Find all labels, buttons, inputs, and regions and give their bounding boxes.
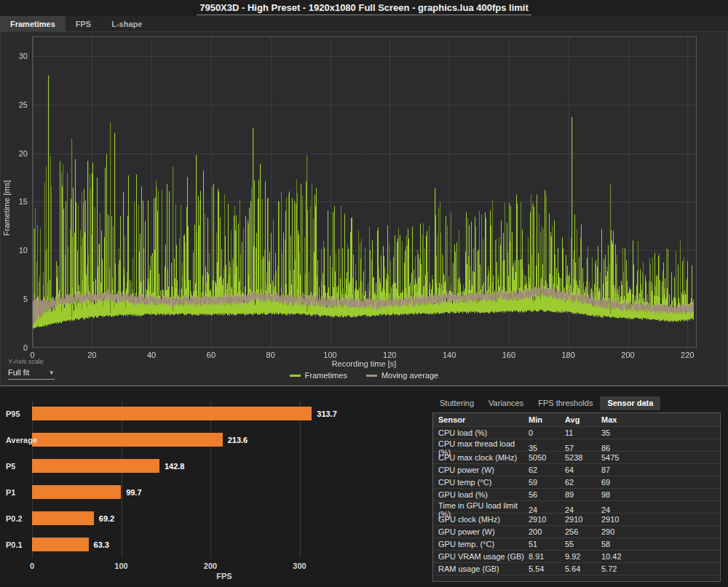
sensor-value-cell: 59: [529, 478, 565, 487]
sensor-value-cell: 5050: [529, 453, 565, 462]
frametime-chart-panel: 0204060801001201401601802002200510152025…: [0, 32, 728, 386]
legend-item-frametimes[interactable]: Frametimes: [290, 371, 347, 380]
table-row: CPU max clock (MHz)505052385475: [433, 451, 720, 463]
column-header-min[interactable]: Min: [529, 415, 565, 424]
sensor-name-cell: GPU power (W): [438, 527, 529, 536]
analysis-tabstrip: StutteringVariancesFPS thresholdsSensor …: [432, 396, 721, 410]
sensor-value-cell: 290: [601, 527, 720, 536]
sensor-value-cell: 5.72: [601, 564, 720, 573]
table-filler: [433, 575, 720, 581]
sensor-value-cell: 69: [601, 478, 720, 487]
column-header-sensor[interactable]: Sensor: [438, 415, 529, 424]
sensor-value-cell: 35: [601, 428, 720, 437]
bar-value-label: 142.8: [165, 462, 185, 471]
sensor-value-cell: 89: [565, 490, 601, 499]
sensor-name-cell: CPU max clock (MHz): [438, 453, 529, 462]
bar-x-tick-label: 200: [198, 562, 223, 570]
tab-sensor-data[interactable]: Sensor data: [600, 396, 660, 410]
legend-swatch-icon: [290, 375, 301, 377]
sensor-value-cell: 2910: [565, 515, 601, 524]
sensor-value-cell: 24: [565, 506, 601, 514]
bar-value-label: 213.6: [228, 436, 248, 444]
table-row: CPU temp (°C)596269: [433, 476, 720, 488]
sensor-name-cell: GPU temp. (°C): [438, 540, 529, 548]
column-header-avg[interactable]: Avg: [565, 415, 601, 424]
table-row: GPU VRAM usage (GB)8.919.9210.42: [433, 550, 720, 562]
bar-x-axis-title: FPS: [32, 572, 416, 580]
table-row: CPU load (%)01135: [433, 426, 720, 439]
sensor-value-cell: 57: [565, 444, 601, 452]
sensor-name-cell: GPU clock (MHz): [438, 515, 529, 524]
bar-average: [32, 433, 223, 447]
titlebar: 7950X3D - High Preset - 1920x1080 Full S…: [0, 0, 728, 16]
bar-category-label: P1: [6, 488, 15, 497]
bottom-section: 313.7213.6142.899.769.263.3 0100200300P9…: [0, 389, 728, 586]
bar-category-label: Average: [6, 436, 37, 444]
sensor-name-cell: CPU power (W): [438, 466, 529, 474]
table-row: GPU temp. (°C)515558: [433, 538, 720, 550]
tab-stuttering[interactable]: Stuttering: [432, 396, 481, 410]
sensor-value-cell: 87: [601, 466, 720, 474]
legend-item-moving-average[interactable]: Moving average: [366, 371, 438, 380]
fps-percentile-plot: 313.7213.6142.899.769.263.3: [32, 401, 416, 558]
bar-p5: [32, 459, 159, 473]
page-title: 7950X3D - High Preset - 1920x1080 Full S…: [197, 2, 531, 15]
sensor-table: SensorMinAvgMaxCPU load (%)01135CPU max …: [432, 412, 721, 582]
y-axis-scale-label: Y-Axis scale: [8, 358, 55, 365]
table-row: Time in GPU load limit (%)242424: [433, 500, 720, 513]
sensor-value-cell: 2910: [601, 515, 720, 524]
tab-fps[interactable]: FPS: [66, 16, 101, 31]
sensor-name-cell: CPU load (%): [438, 428, 529, 437]
table-row: GPU power (W)200256290: [433, 525, 720, 538]
sensor-name-cell: RAM usage (GB): [438, 564, 529, 573]
bar-gridline: [32, 401, 33, 558]
sensor-value-cell: 9.92: [565, 552, 601, 561]
sensor-value-cell: 256: [565, 527, 601, 536]
bar-value-label: 69.2: [99, 514, 114, 523]
bar-p0.1: [32, 538, 89, 551]
y-axis-scale-value: Full fit: [8, 368, 29, 377]
bar-x-tick-label: 0: [20, 562, 44, 570]
sensor-value-cell: 58: [601, 540, 720, 548]
bar-x-tick-label: 300: [288, 562, 312, 570]
bar-value-label: 63.3: [94, 540, 109, 549]
tab-l-shape[interactable]: L-shape: [101, 16, 152, 31]
capframex-window: 7950X3D - High Preset - 1920x1080 Full S…: [0, 0, 728, 587]
sensor-value-cell: 11: [565, 428, 601, 437]
sensor-value-cell: 35: [529, 444, 565, 452]
sensor-value-cell: 64: [565, 466, 601, 474]
sensor-value-cell: 10.42: [601, 552, 720, 561]
tab-frametimes[interactable]: Frametimes: [0, 16, 66, 31]
tab-fps-thresholds[interactable]: FPS thresholds: [531, 396, 600, 410]
legend-label: Moving average: [381, 371, 438, 380]
table-row: CPU max thread load (%)355786: [433, 439, 720, 451]
frametime-chart-canvas: [1, 32, 728, 356]
table-row: GPU load (%)568998: [433, 488, 720, 500]
main-tabstrip: FrametimesFPSL-shape: [0, 16, 728, 32]
y-axis-title: Frametime [ms]: [2, 164, 11, 252]
sensor-value-cell: 5.64: [565, 564, 601, 573]
legend-label: Frametimes: [305, 371, 347, 380]
sensor-value-cell: 0: [529, 428, 565, 437]
chart-legend: FrametimesMoving average: [32, 371, 696, 380]
tab-variances[interactable]: Variances: [481, 396, 531, 410]
sensor-value-cell: 51: [529, 540, 565, 548]
bar-gridline: [122, 401, 122, 558]
bar-gridline: [300, 401, 301, 558]
bar-category-label: P95: [6, 410, 20, 418]
bar-category-label: P0.1: [6, 540, 23, 549]
x-axis-title: Recording time [s]: [32, 359, 696, 368]
sensor-name-cell: GPU VRAM usage (GB): [438, 552, 529, 561]
column-header-max[interactable]: Max: [601, 415, 720, 424]
sensor-value-cell: 5238: [565, 453, 601, 462]
sensor-value-cell: 62: [565, 478, 601, 487]
bar-p0.2: [32, 511, 94, 525]
sensor-table-header: SensorMinAvgMax: [433, 413, 720, 426]
bar-category-label: P5: [6, 462, 15, 471]
bar-x-tick-label: 100: [109, 562, 134, 570]
sensor-value-cell: 8.91: [529, 552, 565, 561]
sensor-value-cell: 56: [529, 490, 565, 499]
sensor-value-cell: 62: [529, 466, 565, 474]
sensor-value-cell: 98: [601, 490, 720, 499]
table-row: GPU clock (MHz)291029102910: [433, 513, 720, 525]
